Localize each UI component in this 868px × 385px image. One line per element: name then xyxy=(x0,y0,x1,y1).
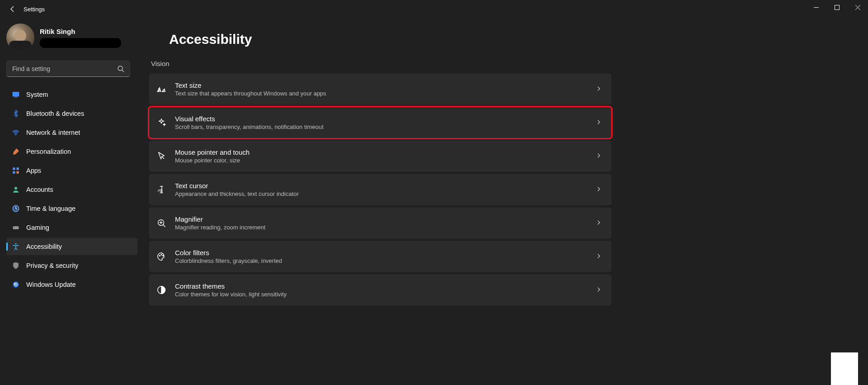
search-box[interactable] xyxy=(6,61,130,77)
nav-item-label: Network & internet xyxy=(26,129,80,136)
card-desc: Text size that appears throughout Window… xyxy=(175,90,587,97)
setting-card-text-cursor[interactable]: Ab Text cursor Appearance and thickness,… xyxy=(149,174,611,205)
shield-icon xyxy=(12,261,20,270)
maximize-button[interactable] xyxy=(826,0,847,14)
card-desc: Scroll bars, transparency, animations, n… xyxy=(175,124,587,130)
setting-card-contrast-themes[interactable]: Contrast themes Color themes for low vis… xyxy=(149,275,611,305)
nav-item-label: Personalization xyxy=(26,148,71,155)
svg-point-15 xyxy=(15,243,17,245)
sidebar: Ritik Singh System Bluetooth & devices N… xyxy=(0,23,137,293)
svg-point-10 xyxy=(14,187,17,190)
card-desc: Appearance and thickness, text cursor in… xyxy=(175,190,587,197)
sparkle-icon xyxy=(156,117,167,128)
profile-email-redacted xyxy=(40,38,121,48)
svg-rect-4 xyxy=(14,97,17,97)
palette-icon xyxy=(156,251,167,262)
clock-icon xyxy=(12,204,20,213)
svg-rect-9 xyxy=(17,171,19,174)
system-icon xyxy=(12,90,20,99)
nav-item-accounts[interactable]: Accounts xyxy=(6,181,137,198)
svg-point-13 xyxy=(14,228,15,228)
svg-rect-3 xyxy=(13,92,19,96)
main: Accessibility Vision AA Text size Text s… xyxy=(149,32,868,385)
setting-card-color-filters[interactable]: Color filters Colorblindness filters, gr… xyxy=(149,241,611,272)
nav-item-gaming[interactable]: Gaming xyxy=(6,219,137,236)
svg-text:A: A xyxy=(162,89,164,93)
setting-card-mouse-pointer-and-touch[interactable]: Mouse pointer and touch Mouse pointer co… xyxy=(149,141,611,171)
svg-point-2 xyxy=(118,66,123,71)
back-button[interactable] xyxy=(6,3,19,15)
text-size-icon: AA xyxy=(156,84,167,95)
chevron-right-icon xyxy=(595,119,602,127)
titlebar: Settings xyxy=(0,0,868,18)
nav-item-bluetooth-devices[interactable]: Bluetooth & devices xyxy=(6,105,137,122)
svg-point-21 xyxy=(159,255,160,256)
maximize-icon xyxy=(835,5,840,10)
card-texts: Color filters Colorblindness filters, gr… xyxy=(175,249,587,264)
svg-point-22 xyxy=(161,254,162,255)
profile-name: Ritik Singh xyxy=(40,28,121,35)
card-title: Mouse pointer and touch xyxy=(175,148,587,156)
profile[interactable]: Ritik Singh xyxy=(6,23,137,52)
setting-card-text-size[interactable]: AA Text size Text size that appears thro… xyxy=(149,74,611,105)
pointer-icon xyxy=(156,151,167,162)
nav-item-label: Accessibility xyxy=(26,243,62,250)
update-icon xyxy=(12,280,20,289)
nav-item-label: Time & language xyxy=(26,205,75,212)
search-input[interactable] xyxy=(12,65,117,72)
card-title: Color filters xyxy=(175,249,587,257)
person-icon xyxy=(12,185,20,194)
nav-item-personalization[interactable]: Personalization xyxy=(6,143,137,160)
magnifier-icon xyxy=(156,218,167,228)
svg-rect-0 xyxy=(814,7,819,8)
svg-rect-12 xyxy=(13,226,19,229)
avatar xyxy=(6,24,34,52)
search-icon xyxy=(117,65,124,72)
card-title: Text cursor xyxy=(175,182,587,190)
card-desc: Colorblindness filters, grayscale, inver… xyxy=(175,257,587,264)
nav-item-accessibility[interactable]: Accessibility xyxy=(6,238,137,255)
nav-item-label: Privacy & security xyxy=(26,262,78,269)
nav-item-apps[interactable]: Apps xyxy=(6,162,137,179)
nav-item-windows-update[interactable]: Windows Update xyxy=(6,276,137,293)
chevron-right-icon xyxy=(595,152,602,160)
minimize-icon xyxy=(814,5,819,10)
setting-card-visual-effects[interactable]: Visual effects Scroll bars, transparency… xyxy=(149,107,611,138)
contrast-icon xyxy=(156,285,167,295)
nav-item-time-language[interactable]: Time & language xyxy=(6,200,137,217)
white-overlay-square xyxy=(831,352,858,385)
nav: System Bluetooth & devices Network & int… xyxy=(6,86,137,293)
svg-rect-6 xyxy=(13,167,15,170)
card-title: Magnifier xyxy=(175,215,587,223)
card-title: Visual effects xyxy=(175,115,587,123)
nav-item-label: Windows Update xyxy=(26,281,76,288)
svg-point-16 xyxy=(13,281,19,288)
back-arrow-icon xyxy=(9,5,16,13)
svg-point-5 xyxy=(15,134,16,135)
window-title: Settings xyxy=(24,6,45,13)
chevron-right-icon xyxy=(595,253,602,261)
card-desc: Color themes for low vision, light sensi… xyxy=(175,291,587,298)
nav-item-label: System xyxy=(26,91,48,98)
nav-item-network-internet[interactable]: Network & internet xyxy=(6,124,137,141)
svg-point-14 xyxy=(17,228,18,228)
svg-rect-8 xyxy=(13,171,15,174)
card-texts: Contrast themes Color themes for low vis… xyxy=(175,282,587,298)
minimize-button[interactable] xyxy=(806,0,826,14)
card-desc: Magnifier reading, zoom increment xyxy=(175,224,587,231)
svg-rect-7 xyxy=(17,167,19,170)
close-button[interactable] xyxy=(847,0,868,14)
setting-card-magnifier[interactable]: Magnifier Magnifier reading, zoom increm… xyxy=(149,208,611,238)
svg-text:A: A xyxy=(157,87,161,93)
card-title: Text size xyxy=(175,81,587,89)
nav-item-label: Apps xyxy=(26,167,41,174)
nav-item-system[interactable]: System xyxy=(6,86,137,103)
gamepad-icon xyxy=(12,223,20,232)
bluetooth-icon xyxy=(12,109,20,118)
section-label: Vision xyxy=(151,60,868,67)
card-texts: Magnifier Magnifier reading, zoom increm… xyxy=(175,215,587,231)
card-texts: Text cursor Appearance and thickness, te… xyxy=(175,182,587,197)
nav-item-label: Accounts xyxy=(26,186,53,193)
card-title: Contrast themes xyxy=(175,282,587,290)
nav-item-privacy-security[interactable]: Privacy & security xyxy=(6,257,137,274)
